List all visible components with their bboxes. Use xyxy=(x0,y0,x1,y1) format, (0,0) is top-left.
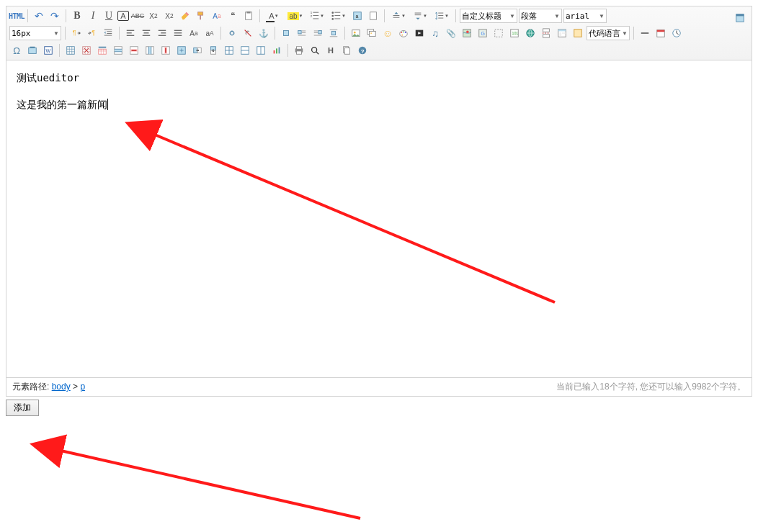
svg-rect-78 xyxy=(543,35,550,37)
rowspacingbottom-button[interactable]: ▼ xyxy=(410,9,430,23)
backcolor-button[interactable]: ab▼ xyxy=(285,9,306,23)
path-p-link[interactable]: p xyxy=(80,382,85,392)
gmap-button[interactable]: G xyxy=(476,26,490,40)
imagecenter-button[interactable] xyxy=(326,26,341,40)
emotion-button[interactable]: ☺ xyxy=(380,26,395,40)
fontfamily-select[interactable]: arial▼ xyxy=(563,9,607,23)
deleterow-button[interactable] xyxy=(127,43,141,58)
insertimage-button[interactable] xyxy=(365,26,379,40)
insertcol-button[interactable] xyxy=(143,43,157,58)
date-button[interactable] xyxy=(654,26,668,40)
template-button[interactable] xyxy=(555,26,569,40)
imageleft-button[interactable] xyxy=(295,26,309,40)
paragraph-select[interactable]: 段落▼ xyxy=(519,9,562,23)
splittorows-button[interactable] xyxy=(238,43,252,58)
drafts-button[interactable] xyxy=(339,43,354,58)
rowspacingtop-button[interactable]: ▼ xyxy=(388,9,409,23)
map-button[interactable] xyxy=(460,26,474,40)
imageright-button[interactable] xyxy=(311,26,325,40)
source-html-button[interactable]: HTML xyxy=(9,9,24,23)
insertrow-button[interactable] xyxy=(111,43,125,58)
svg-rect-23 xyxy=(438,13,443,14)
add-button[interactable]: 添加 xyxy=(6,400,39,416)
justifyjustify-button[interactable] xyxy=(171,26,185,40)
imagenone-button[interactable] xyxy=(279,26,293,40)
unlink-button[interactable] xyxy=(241,26,255,40)
justifycenter-button[interactable] xyxy=(139,26,153,40)
insertvideo-button[interactable] xyxy=(412,26,427,40)
horizontal-button[interactable] xyxy=(638,26,652,40)
superscript-button[interactable]: X2 xyxy=(146,9,161,23)
redo-button[interactable]: ↷ xyxy=(48,9,62,23)
link-button[interactable] xyxy=(225,26,239,40)
simpleupload-button[interactable] xyxy=(349,26,363,40)
music-button[interactable]: ♫ xyxy=(428,26,442,40)
scrawl-button[interactable] xyxy=(396,26,411,40)
charts-button[interactable] xyxy=(269,43,284,58)
splittocols-button[interactable] xyxy=(254,43,268,58)
mergedown-button[interactable] xyxy=(206,43,220,58)
directionltr-button[interactable]: ¶ xyxy=(69,26,84,40)
directionrtl-button[interactable]: ¶ xyxy=(85,26,99,40)
strikethrough-button[interactable]: ABC xyxy=(130,9,145,23)
background-button[interactable] xyxy=(571,26,585,40)
lineheight-button[interactable]: ▼ xyxy=(432,9,452,23)
blockquote-button[interactable]: ❝ xyxy=(226,9,240,23)
inserttable-button[interactable] xyxy=(63,43,78,58)
fullscreen-button[interactable] xyxy=(733,11,747,25)
formatmatch-button[interactable] xyxy=(194,9,208,23)
touppercase-button[interactable]: Aa xyxy=(187,26,201,40)
pagebreak-button[interactable] xyxy=(539,26,553,40)
searchreplace-button[interactable]: H xyxy=(324,43,338,58)
fontborder-button[interactable]: A xyxy=(117,11,129,21)
content-paragraph-2[interactable]: 这是我的第一篇新闻 xyxy=(17,97,741,112)
insertorderedlist-button[interactable]: 12▼ xyxy=(307,9,327,23)
svg-rect-80 xyxy=(558,30,566,32)
insertunorderedlist-button[interactable]: ▼ xyxy=(329,9,349,23)
content-paragraph-1[interactable]: 测试ueditor xyxy=(17,71,741,86)
customstyle-select[interactable]: 自定义标题▼ xyxy=(460,9,517,23)
deletetable-button[interactable] xyxy=(79,43,94,58)
spechars-button[interactable]: Ω xyxy=(9,43,24,58)
svg-rect-92 xyxy=(67,47,75,55)
deletecol-button[interactable] xyxy=(159,43,173,58)
wordimage-button[interactable]: W xyxy=(41,43,55,58)
bold-button[interactable]: B xyxy=(70,9,84,23)
tolowercase-button[interactable]: aA xyxy=(202,26,217,40)
insertparagraphbeforetable-button[interactable] xyxy=(95,43,110,58)
insertcode-button[interactable]: 101 xyxy=(507,26,522,40)
time-button[interactable] xyxy=(669,26,684,40)
splittocells-button[interactable] xyxy=(222,43,236,58)
codelanguage-select[interactable]: 代码语言▼ xyxy=(587,26,630,40)
svg-rect-77 xyxy=(543,29,550,32)
forecolor-button[interactable]: A▼ xyxy=(264,9,284,23)
help-button[interactable]: ? xyxy=(355,43,370,58)
undo-button[interactable]: ↶ xyxy=(32,9,46,23)
attachment-button[interactable]: 📎 xyxy=(444,26,458,40)
snapscreen-button[interactable] xyxy=(25,43,40,58)
subscript-button[interactable]: X2 xyxy=(162,9,177,23)
path-body-link[interactable]: body xyxy=(52,382,71,392)
editor-content-area[interactable]: 测试ueditor 这是我的第一篇新闻 xyxy=(6,60,752,377)
pasteplain-button[interactable] xyxy=(241,9,256,23)
selectall-button[interactable]: a xyxy=(350,9,365,23)
fontsize-select[interactable]: 16px▼ xyxy=(9,26,61,40)
mergeright-button[interactable] xyxy=(190,43,205,58)
svg-rect-12 xyxy=(334,12,340,13)
svg-rect-43 xyxy=(174,30,182,31)
insertframe-button[interactable] xyxy=(491,26,506,40)
indent-button[interactable] xyxy=(101,26,115,40)
cleardoc-button[interactable] xyxy=(366,9,380,23)
svg-rect-1 xyxy=(200,15,201,19)
webapp-button[interactable] xyxy=(523,26,538,40)
justifyleft-button[interactable] xyxy=(123,26,138,40)
print-button[interactable] xyxy=(292,43,306,58)
mergecells-button[interactable] xyxy=(174,43,189,58)
underline-button[interactable]: U xyxy=(102,9,116,23)
anchor-button[interactable]: ⚓ xyxy=(257,26,271,40)
autotypeset-button[interactable]: Aa xyxy=(210,9,224,23)
eraser-button[interactable] xyxy=(178,9,192,23)
italic-button[interactable]: I xyxy=(86,9,100,23)
justifyright-button[interactable] xyxy=(155,26,169,40)
preview-button[interactable] xyxy=(308,43,322,58)
